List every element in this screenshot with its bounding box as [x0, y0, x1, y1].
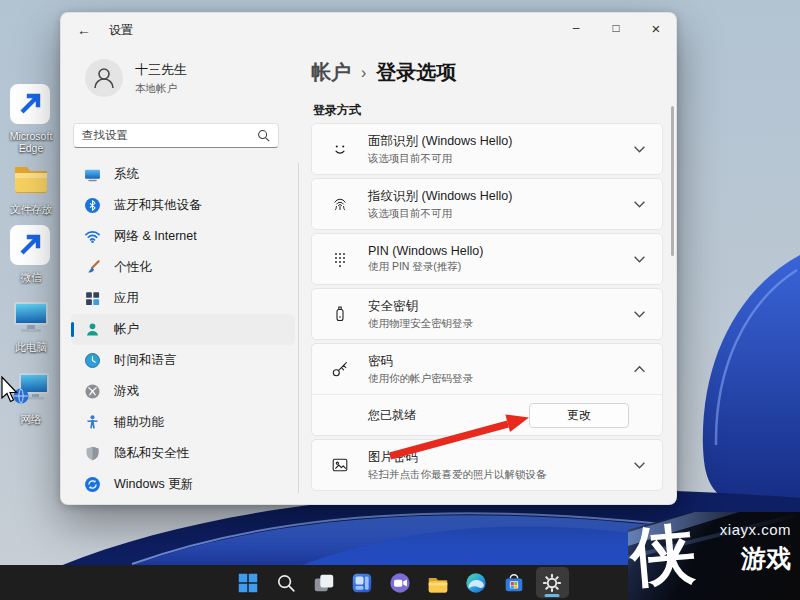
taskbar-edge-button[interactable]: [460, 567, 493, 598]
minimize-icon: –: [573, 21, 580, 35]
sidebar-item-system[interactable]: 系统: [71, 159, 295, 190]
close-button[interactable]: ×: [636, 13, 676, 43]
xbox-icon: [84, 383, 101, 400]
chevron-down-icon[interactable]: [633, 255, 646, 264]
wifi-icon: [84, 228, 101, 245]
change-password-button[interactable]: 更改: [529, 403, 629, 428]
watermark: 侠 xiayx.com 游戏: [628, 512, 800, 600]
update-icon: [84, 476, 101, 493]
option-subtitle: 该选项目前不可用: [368, 152, 615, 166]
sidebar-item-label: Windows 更新: [114, 476, 193, 493]
sidebar-item-label: 时间和语言: [114, 352, 177, 369]
back-button[interactable]: ←: [69, 18, 99, 42]
sidebar-item-label: 个性化: [114, 259, 152, 276]
active-app-indicator: [545, 594, 560, 597]
sidebar-item-apps[interactable]: 应用: [71, 283, 295, 314]
user-profile[interactable]: 十三先生 本地帐户: [85, 59, 187, 97]
option-title: 图片密码: [368, 449, 615, 466]
edge-logo-icon: [11, 85, 51, 125]
back-arrow-icon: ←: [77, 22, 91, 38]
desktop-icon-label: 网络: [3, 413, 59, 425]
search-input[interactable]: 查找设置: [73, 123, 279, 148]
chevron-down-icon[interactable]: [633, 461, 646, 470]
desktop-icon-this-pc[interactable]: 此电脑: [3, 296, 59, 353]
chevron-down-icon[interactable]: [633, 200, 646, 209]
close-icon: ×: [652, 20, 661, 37]
breadcrumb-separator: ›: [361, 64, 366, 82]
card-security-key[interactable]: 安全密钥 使用物理安全密钥登录: [311, 288, 663, 340]
sidebar-item-privacy[interactable]: 隐私和安全性: [71, 438, 295, 469]
sidebar-item-label: 隐私和安全性: [114, 445, 189, 462]
password-status: 您已就绪: [368, 407, 416, 424]
shield-icon: [84, 445, 101, 462]
sidebar-item-accessibility[interactable]: 辅助功能: [71, 407, 295, 438]
task-view-icon: [312, 571, 336, 595]
avatar: [85, 59, 123, 97]
sidebar-item-label: 辅助功能: [114, 414, 164, 431]
taskbar-task-view-button[interactable]: [308, 567, 341, 598]
option-subtitle: 使用 PIN 登录(推荐): [368, 260, 615, 274]
desktop-icon-label: Microsoft Edge: [3, 130, 59, 154]
sidebar-item-accounts[interactable]: 帐户: [71, 314, 295, 345]
maximize-button[interactable]: □: [596, 13, 636, 43]
watermark-site: xiayx.com: [720, 521, 791, 538]
chevron-down-icon[interactable]: [633, 145, 646, 154]
sidebar-item-windows-update[interactable]: Windows 更新: [71, 469, 295, 500]
desktop-icon-wechat[interactable]: 微信: [3, 226, 59, 283]
sidebar-divider: [298, 163, 299, 493]
chevron-up-icon[interactable]: [633, 365, 646, 374]
shortcut-arrow-icon: [10, 225, 50, 265]
chat-icon: [388, 571, 412, 595]
search-placeholder: 查找设置: [82, 128, 257, 143]
sidebar-item-label: 系统: [114, 166, 139, 183]
folder-icon: [11, 158, 51, 198]
fingerprint-icon: [330, 194, 350, 214]
sidebar-item-label: 应用: [114, 290, 139, 307]
taskbar-widgets-button[interactable]: [346, 567, 379, 598]
content-scrollbar[interactable]: [671, 106, 674, 256]
page-title: 登录选项: [376, 59, 456, 86]
picture-icon: [330, 455, 350, 475]
section-title: 登录方式: [313, 102, 361, 119]
option-subtitle: 使用你的帐户密码登录: [368, 372, 615, 386]
taskbar-store-button[interactable]: [498, 567, 531, 598]
sidebar-item-bluetooth[interactable]: 蓝牙和其他设备: [71, 190, 295, 221]
wechat-icon: [11, 226, 51, 266]
sidebar-item-network[interactable]: 网络 & Internet: [71, 221, 295, 252]
option-subtitle: 使用物理安全密钥登录: [368, 317, 615, 331]
card-pin[interactable]: PIN (Windows Hello) 使用 PIN 登录(推荐): [311, 233, 663, 285]
desktop-icon-edge[interactable]: Microsoft Edge: [3, 85, 59, 154]
minimize-button[interactable]: –: [556, 13, 596, 43]
sidebar-item-time-language[interactable]: 时间和语言: [71, 345, 295, 376]
taskbar-chat-button[interactable]: [384, 567, 417, 598]
sidebar-item-label: 游戏: [114, 383, 139, 400]
gear-icon: [540, 571, 564, 595]
titlebar: ← 设置 – □ ×: [61, 13, 676, 47]
apps-grid-icon: [84, 290, 101, 307]
card-picture-password[interactable]: 图片密码 轻扫并点击你最喜爱的照片以解锁设备: [311, 439, 663, 491]
sidebar-item-label: 蓝牙和其他设备: [114, 197, 202, 214]
sidebar-item-gaming[interactable]: 游戏: [71, 376, 295, 407]
card-password[interactable]: 密码 使用你的帐户密码登录 您已就绪 更改: [311, 343, 663, 436]
search-icon: [257, 129, 270, 142]
sidebar-item-personalization[interactable]: 个性化: [71, 252, 295, 283]
taskbar-search-button[interactable]: [270, 567, 303, 598]
chevron-down-icon[interactable]: [633, 310, 646, 319]
system-icon: [84, 166, 101, 183]
option-title: 面部识别 (Windows Hello): [368, 133, 615, 150]
taskbar-start-button[interactable]: [232, 567, 265, 598]
card-face-recognition[interactable]: 面部识别 (Windows Hello) 该选项目前不可用: [311, 123, 663, 175]
breadcrumb: 帐户 › 登录选项: [311, 59, 456, 86]
taskbar-settings-button[interactable]: [536, 567, 569, 598]
store-icon: [502, 571, 526, 595]
paintbrush-icon: [84, 259, 101, 276]
breadcrumb-parent[interactable]: 帐户: [311, 59, 351, 86]
settings-window: ← 设置 – □ × 十三先生 本地帐户 查找设置 系统 蓝牙和其他设备: [60, 12, 677, 505]
card-fingerprint[interactable]: 指纹识别 (Windows Hello) 该选项目前不可用: [311, 178, 663, 230]
search-icon: [274, 571, 298, 595]
desktop-icon-folder[interactable]: 文件存放: [3, 158, 59, 215]
face-icon: [330, 139, 350, 159]
taskbar-file-explorer-button[interactable]: [422, 567, 455, 598]
person-icon: [84, 321, 101, 338]
mouse-cursor: [0, 376, 18, 403]
